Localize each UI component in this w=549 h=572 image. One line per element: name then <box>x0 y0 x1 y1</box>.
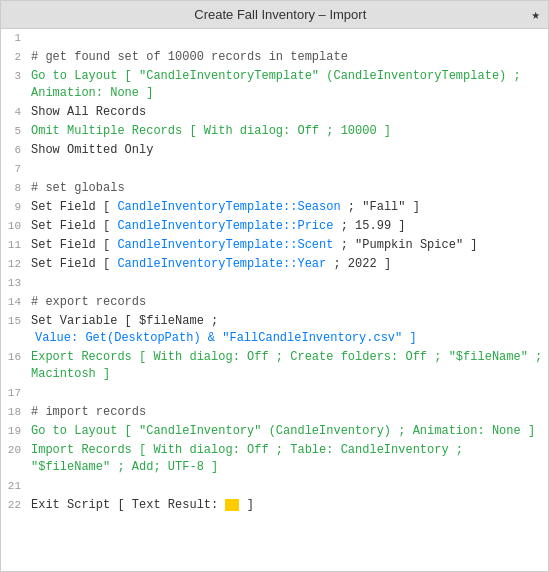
line-number: 21 <box>1 478 31 495</box>
code-token: Show All Records <box>31 105 146 119</box>
code-token: ] <box>239 498 253 512</box>
code-token: Go to Layout [ "CandleInventory" (Candle… <box>31 424 535 438</box>
line-number: 7 <box>1 161 31 178</box>
line-content: Show Omitted Only <box>31 142 548 159</box>
line-number: 20 <box>1 442 31 459</box>
line-content: Exit Script [ Text Result: ] <box>31 497 548 514</box>
table-row: 12Set Field [ CandleInventoryTemplate::Y… <box>1 255 548 274</box>
table-row: 4Show All Records <box>1 103 548 122</box>
table-row: 15Set Variable [ $fileName ;Value: Get(D… <box>1 312 548 348</box>
line-content: # get found set of 10000 records in temp… <box>31 49 548 66</box>
line-number: 18 <box>1 404 31 421</box>
line-content: Omit Multiple Records [ With dialog: Off… <box>31 123 548 140</box>
code-area: 12# get found set of 10000 records in te… <box>1 29 548 571</box>
line-content: Show All Records <box>31 104 548 121</box>
line-number: 10 <box>1 218 31 235</box>
line-content: Go to Layout [ "CandleInventoryTemplate"… <box>31 68 548 102</box>
code-token: Set Field [ <box>31 200 117 214</box>
line-number: 8 <box>1 180 31 197</box>
table-row: 2# get found set of 10000 records in tem… <box>1 48 548 67</box>
table-row: 8# set globals <box>1 179 548 198</box>
line-content: # set globals <box>31 180 548 197</box>
code-token: Export Records [ With dialog: Off ; Crea… <box>31 350 548 381</box>
line-content: Go to Layout [ "CandleInventory" (Candle… <box>31 423 548 440</box>
table-row: 6Show Omitted Only <box>1 141 548 160</box>
code-token: Set Field [ <box>31 238 117 252</box>
line-number: 9 <box>1 199 31 216</box>
code-token: Omit Multiple Records [ With dialog: Off… <box>31 124 391 138</box>
code-token: CandleInventoryTemplate::Price <box>117 219 333 233</box>
code-token: # import records <box>31 405 146 419</box>
code-token: Set Field [ <box>31 257 117 271</box>
table-row: 5Omit Multiple Records [ With dialog: Of… <box>1 122 548 141</box>
code-token: Set Field [ <box>31 219 117 233</box>
code-token: ; "Pumpkin Spice" ] <box>333 238 477 252</box>
code-token: Go to Layout [ "CandleInventoryTemplate"… <box>31 69 528 100</box>
code-token: CandleInventoryTemplate::Scent <box>117 238 333 252</box>
line-number: 5 <box>1 123 31 140</box>
line-number: 11 <box>1 237 31 254</box>
table-row: 7 <box>1 160 548 179</box>
code-token: ; "Fall" ] <box>341 200 420 214</box>
line-number: 13 <box>1 275 31 292</box>
table-row: 22Exit Script [ Text Result: ] <box>1 496 548 515</box>
line-content: Set Field [ CandleInventoryTemplate::Pri… <box>31 218 548 235</box>
code-token: # get found set of 10000 records in temp… <box>31 50 348 64</box>
code-token: CandleInventoryTemplate::Year <box>117 257 326 271</box>
line-number: 4 <box>1 104 31 121</box>
line-content: # import records <box>31 404 548 421</box>
line-number: 2 <box>1 49 31 66</box>
line-number: 16 <box>1 349 31 366</box>
table-row: 19Go to Layout [ "CandleInventory" (Cand… <box>1 422 548 441</box>
table-row: 11Set Field [ CandleInventoryTemplate::S… <box>1 236 548 255</box>
code-token: Import Records [ With dialog: Off ; Tabl… <box>31 443 470 474</box>
star-icon[interactable]: ★ <box>532 6 540 23</box>
line-content: Export Records [ With dialog: Off ; Crea… <box>31 349 548 383</box>
continuation: Value: Get(DesktopPath) & "FallCandleInv… <box>31 331 417 345</box>
code-token: # set globals <box>31 181 125 195</box>
line-content: Set Field [ CandleInventoryTemplate::Sce… <box>31 237 548 254</box>
line-content: Set Field [ CandleInventoryTemplate::Yea… <box>31 256 548 273</box>
code-token: Set Variable [ $fileName ; <box>31 314 218 328</box>
line-number: 12 <box>1 256 31 273</box>
table-row: 1 <box>1 29 548 48</box>
table-row: 18# import records <box>1 403 548 422</box>
window-title: Create Fall Inventory – Import <box>29 7 532 22</box>
code-token: ; 2022 ] <box>326 257 391 271</box>
line-number: 6 <box>1 142 31 159</box>
line-number: 1 <box>1 30 31 47</box>
code-token: Show Omitted Only <box>31 143 153 157</box>
table-row: 17 <box>1 384 548 403</box>
code-token: ; 15.99 ] <box>333 219 405 233</box>
code-token: # export records <box>31 295 146 309</box>
line-number: 3 <box>1 68 31 85</box>
code-token: Exit Script [ Text Result: <box>31 498 225 512</box>
line-number: 22 <box>1 497 31 514</box>
line-content: # export records <box>31 294 548 311</box>
line-number: 19 <box>1 423 31 440</box>
table-row: 14# export records <box>1 293 548 312</box>
code-token: CandleInventoryTemplate::Season <box>117 200 340 214</box>
table-row: 3Go to Layout [ "CandleInventoryTemplate… <box>1 67 548 103</box>
table-row: 21 <box>1 477 548 496</box>
table-row: 13 <box>1 274 548 293</box>
line-content: Set Field [ CandleInventoryTemplate::Sea… <box>31 199 548 216</box>
table-row: 9Set Field [ CandleInventoryTemplate::Se… <box>1 198 548 217</box>
title-bar: Create Fall Inventory – Import ★ <box>1 1 548 29</box>
line-content: Import Records [ With dialog: Off ; Tabl… <box>31 442 548 476</box>
line-content: Set Variable [ $fileName ;Value: Get(Des… <box>31 313 548 347</box>
line-number: 17 <box>1 385 31 402</box>
line-number: 15 <box>1 313 31 330</box>
result-box <box>225 499 239 511</box>
line-number: 14 <box>1 294 31 311</box>
table-row: 16Export Records [ With dialog: Off ; Cr… <box>1 348 548 384</box>
window: Create Fall Inventory – Import ★ 12# get… <box>0 0 549 572</box>
table-row: 10Set Field [ CandleInventoryTemplate::P… <box>1 217 548 236</box>
table-row: 20Import Records [ With dialog: Off ; Ta… <box>1 441 548 477</box>
